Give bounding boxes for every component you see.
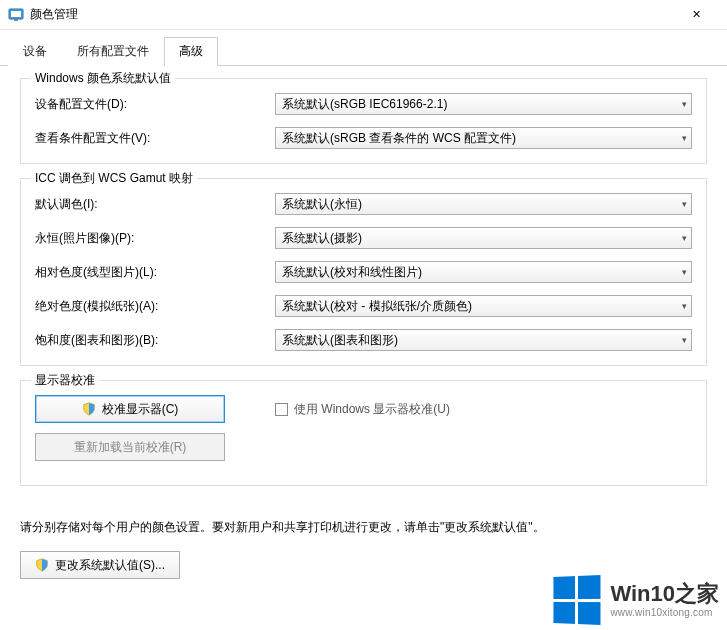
close-icon: ✕ xyxy=(692,8,701,21)
saturation-select[interactable]: 系统默认(图表和图形) ▾ xyxy=(275,329,692,351)
windows-logo-icon xyxy=(554,575,601,625)
watermark: Win10之家 www.win10xitong.com xyxy=(552,576,719,624)
select-value: 系统默认(校对和线性图片) xyxy=(282,264,422,281)
saturation-label: 饱和度(图表和图形)(B): xyxy=(35,332,275,349)
select-value: 系统默认(图表和图形) xyxy=(282,332,398,349)
group-legend: 显示器校准 xyxy=(31,372,99,389)
calibrate-display-button[interactable]: 校准显示器(C) xyxy=(35,395,225,423)
select-value: 系统默认(sRGB 查看条件的 WCS 配置文件) xyxy=(282,130,516,147)
chevron-down-icon: ▾ xyxy=(682,301,687,311)
chevron-down-icon: ▾ xyxy=(682,199,687,209)
group-windows-color-defaults: Windows 颜色系统默认值 设备配置文件(D): 系统默认(sRGB IEC… xyxy=(20,78,707,164)
svg-rect-2 xyxy=(14,19,18,21)
color-management-icon xyxy=(8,7,24,23)
button-label: 校准显示器(C) xyxy=(102,401,179,418)
reload-calibration-button: 重新加载当前校准(R) xyxy=(35,433,225,461)
button-label: 重新加载当前校准(R) xyxy=(74,439,187,456)
svg-rect-1 xyxy=(11,11,21,17)
watermark-title: Win10之家 xyxy=(610,582,719,606)
titlebar: 颜色管理 ✕ xyxy=(0,0,727,30)
relative-label: 相对色度(线型图片)(L): xyxy=(35,264,275,281)
perceptual-label: 永恒(照片图像)(P): xyxy=(35,230,275,247)
use-windows-calibration-checkbox[interactable]: 使用 Windows 显示器校准(U) xyxy=(275,401,450,418)
change-system-defaults-button[interactable]: 更改系统默认值(S)... xyxy=(20,551,180,579)
chevron-down-icon: ▾ xyxy=(682,133,687,143)
device-profile-select[interactable]: 系统默认(sRGB IEC61966-2.1) ▾ xyxy=(275,93,692,115)
default-intent-label: 默认调色(I): xyxy=(35,196,275,213)
device-profile-label: 设备配置文件(D): xyxy=(35,96,275,113)
select-value: 系统默认(sRGB IEC61966-2.1) xyxy=(282,96,447,113)
default-intent-select[interactable]: 系统默认(永恒) ▾ xyxy=(275,193,692,215)
close-button[interactable]: ✕ xyxy=(673,0,719,30)
group-legend: Windows 颜色系统默认值 xyxy=(31,70,175,87)
window-title: 颜色管理 xyxy=(30,6,673,23)
chevron-down-icon: ▾ xyxy=(682,335,687,345)
select-value: 系统默认(永恒) xyxy=(282,196,362,213)
note-text: 请分别存储对每个用户的颜色设置。要对新用户和共享打印机进行更改，请单击"更改系统… xyxy=(20,518,707,537)
checkbox-label: 使用 Windows 显示器校准(U) xyxy=(294,401,450,418)
chevron-down-icon: ▾ xyxy=(682,99,687,109)
shield-icon xyxy=(82,402,96,416)
watermark-url: www.win10xitong.com xyxy=(610,607,719,618)
relative-select[interactable]: 系统默认(校对和线性图片) ▾ xyxy=(275,261,692,283)
group-icc-wcs-gamut: ICC 调色到 WCS Gamut 映射 默认调色(I): 系统默认(永恒) ▾… xyxy=(20,178,707,366)
tab-advanced[interactable]: 高级 xyxy=(164,37,218,66)
checkbox-box xyxy=(275,403,288,416)
chevron-down-icon: ▾ xyxy=(682,267,687,277)
viewing-profile-select[interactable]: 系统默认(sRGB 查看条件的 WCS 配置文件) ▾ xyxy=(275,127,692,149)
group-legend: ICC 调色到 WCS Gamut 映射 xyxy=(31,170,197,187)
tab-all-profiles[interactable]: 所有配置文件 xyxy=(62,37,164,66)
chevron-down-icon: ▾ xyxy=(682,233,687,243)
group-display-calibration: 显示器校准 校准显示器(C) 使用 Windows 显示器校准(U) 重新加载当… xyxy=(20,380,707,486)
select-value: 系统默认(校对 - 模拟纸张/介质颜色) xyxy=(282,298,472,315)
tab-strip: 设备 所有配置文件 高级 xyxy=(0,30,727,66)
absolute-select[interactable]: 系统默认(校对 - 模拟纸张/介质颜色) ▾ xyxy=(275,295,692,317)
viewing-profile-label: 查看条件配置文件(V): xyxy=(35,130,275,147)
perceptual-select[interactable]: 系统默认(摄影) ▾ xyxy=(275,227,692,249)
content-area: Windows 颜色系统默认值 设备配置文件(D): 系统默认(sRGB IEC… xyxy=(0,66,727,512)
select-value: 系统默认(摄影) xyxy=(282,230,362,247)
button-label: 更改系统默认值(S)... xyxy=(55,557,165,574)
tab-devices[interactable]: 设备 xyxy=(8,37,62,66)
shield-icon xyxy=(35,558,49,572)
absolute-label: 绝对色度(模拟纸张)(A): xyxy=(35,298,275,315)
